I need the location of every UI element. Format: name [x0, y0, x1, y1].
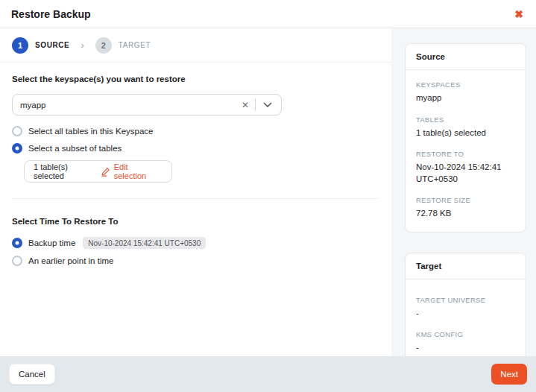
pencil-icon	[101, 167, 110, 177]
close-icon[interactable]: ✖	[513, 7, 525, 21]
cancel-button[interactable]: Cancel	[9, 364, 55, 385]
modal-title: Restore Backup	[11, 8, 91, 20]
radio-backup-time-label: Backup time	[28, 238, 75, 247]
tables-selected-count: 1 table(s) selected	[34, 162, 101, 180]
modal-header: Restore Backup ✖	[0, 0, 536, 28]
modal-footer: Cancel Next	[0, 356, 536, 392]
summary-field-restore-to: RESTORE TO Nov-10-2024 15:42:41 UTC+0530	[416, 150, 515, 185]
radio-off-icon[interactable]	[12, 126, 22, 136]
source-card-body: KEYSPACES myapp TABLES 1 table(s) select…	[406, 70, 526, 232]
keyspace-selected-value: myapp	[20, 101, 236, 110]
next-button[interactable]: Next	[491, 364, 527, 385]
stepper-chevron-icon: ›	[81, 39, 83, 51]
radio-subset-tables[interactable]: Select a subset of tables	[12, 143, 379, 154]
section-divider	[12, 198, 379, 199]
radio-all-tables-label: Select all tables in this Keyspace	[28, 127, 153, 136]
step-source-label: SOURCE	[35, 41, 69, 49]
summary-field-restore-size: RESTORE SIZE 72.78 KB	[416, 196, 515, 220]
keyspace-heading: Select the keyspace(s) you want to resto…	[12, 75, 379, 83]
restore-time-heading: Select Time To Restore To	[12, 217, 379, 226]
step-target-number: 2	[95, 37, 112, 54]
source-summary-card: Source KEYSPACES myapp TABLES 1 table(s)…	[405, 43, 526, 233]
stepper: 1 SOURCE › 2 TARGET	[0, 28, 391, 63]
summary-field-keyspaces: KEYSPACES myapp	[416, 80, 515, 104]
clear-selection-icon[interactable]: ✕	[236, 100, 255, 110]
summary-field-tables: TABLES 1 table(s) selected	[416, 116, 515, 139]
step-source: 1 SOURCE	[12, 37, 69, 54]
radio-on-icon[interactable]	[12, 143, 22, 154]
radio-on-icon[interactable]	[12, 238, 22, 248]
radio-off-icon[interactable]	[12, 256, 22, 266]
edit-selection-label: Edit selection	[114, 162, 163, 180]
step-target-label: TARGET	[119, 41, 151, 49]
source-card-title: Source	[406, 44, 526, 70]
radio-subset-tables-label: Select a subset of tables	[28, 144, 122, 153]
source-form: Select the keyspace(s) you want to resto…	[0, 63, 391, 273]
keyspace-select[interactable]: myapp ✕	[12, 94, 282, 116]
table-selection-box: 1 table(s) selected Edit selection	[24, 160, 172, 183]
target-card-title: Target	[406, 253, 526, 279]
restore-time-radio-group: Backup time Nov-10-2024 15:42:41 UTC+053…	[12, 237, 379, 266]
radio-all-tables[interactable]: Select all tables in this Keyspace	[12, 126, 379, 136]
summary-field-kms-config: KMS CONFIG -	[416, 330, 515, 354]
radio-earlier-point[interactable]: An earlier point in time	[12, 256, 379, 266]
summary-sidebar: Source KEYSPACES myapp TABLES 1 table(s)…	[391, 28, 536, 356]
step-source-number: 1	[12, 37, 28, 54]
table-scope-radio-group: Select all tables in this Keyspace Selec…	[12, 126, 379, 154]
chevron-down-icon[interactable]	[256, 102, 275, 108]
main-column: 1 SOURCE › 2 TARGET Select the keyspace(…	[0, 28, 391, 356]
backup-time-badge: Nov-10-2024 15:42:41 UTC+0530	[83, 237, 206, 249]
edit-selection-button[interactable]: Edit selection	[101, 162, 163, 180]
restore-backup-modal: Restore Backup ✖ 1 SOURCE › 2 TARGET Sel…	[0, 0, 536, 392]
modal-body: 1 SOURCE › 2 TARGET Select the keyspace(…	[0, 28, 536, 356]
radio-backup-time[interactable]: Backup time Nov-10-2024 15:42:41 UTC+053…	[12, 237, 379, 249]
step-target: 2 TARGET	[95, 37, 151, 54]
summary-field-target-universe: TARGET UNIVERSE -	[416, 296, 515, 320]
radio-earlier-point-label: An earlier point in time	[28, 256, 113, 265]
